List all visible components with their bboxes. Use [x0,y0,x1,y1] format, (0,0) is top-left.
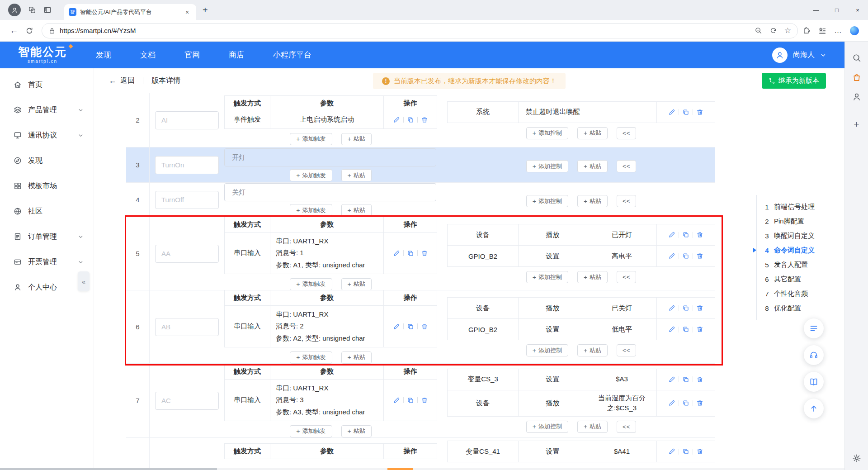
nav-item-docs[interactable]: 文档 [140,50,156,60]
edit-icon[interactable] [390,116,403,123]
horizontal-scrollbar[interactable] [0,468,844,470]
command-name-input[interactable]: AC [155,392,219,410]
delete-icon[interactable] [418,250,431,257]
collapse-controls-button[interactable]: << [617,344,636,356]
site-info-lock-icon[interactable] [48,27,56,34]
settings-gear-icon[interactable] [852,454,861,463]
collapse-controls-button[interactable]: << [617,195,636,207]
delete-icon[interactable] [418,116,431,123]
section-nav-item-speaker-config[interactable]: 5发音人配置 [757,257,815,272]
edit-icon[interactable] [665,252,679,260]
browser-tab[interactable]: 智 智能公元/AI产品零代码平台 × [64,4,196,20]
sidebar-item-product-management[interactable]: 产品管理 [0,97,94,123]
copy-icon[interactable] [679,448,693,455]
sidebar-item-communication-protocol[interactable]: 通讯协议 [0,123,94,148]
edit-icon[interactable] [665,109,679,116]
collapse-controls-button[interactable]: << [617,421,636,433]
add-sidebar-item-icon[interactable]: + [854,119,859,130]
paste-button[interactable]: +粘贴 [341,204,372,216]
nav-item-store[interactable]: 商店 [229,50,244,60]
collapse-controls-button[interactable]: << [617,127,636,139]
add-control-button[interactable]: +添加控制 [526,195,568,207]
paste-button[interactable]: +粘贴 [341,425,372,437]
scrollbar-thumb[interactable] [0,468,217,470]
edit-icon[interactable] [665,376,679,383]
paste-button[interactable]: +粘贴 [577,160,608,172]
refresh-icon[interactable] [22,23,37,38]
sidebar-item-home[interactable]: 首页 [0,72,94,97]
delete-icon[interactable] [693,399,707,407]
edit-icon[interactable] [390,397,403,404]
sidebar-item-community[interactable]: 社区 [0,199,94,224]
delete-icon[interactable] [418,397,431,404]
copy-icon[interactable] [679,376,693,383]
copy-icon[interactable] [679,399,693,407]
customer-service-button[interactable] [804,345,824,365]
command-name-input[interactable]: AA [155,245,219,263]
command-word-input[interactable]: 关灯 [224,183,436,201]
copy-icon[interactable] [679,109,693,116]
paste-button[interactable]: +粘贴 [341,169,372,181]
command-name-input[interactable]: TurnOff [155,191,219,209]
copy-icon[interactable] [404,250,417,257]
copy-icon[interactable] [679,231,693,238]
shopping-icon[interactable] [852,73,861,82]
search-icon[interactable] [852,53,861,62]
delete-icon[interactable] [693,231,707,238]
manual-book-button[interactable] [804,372,824,392]
site-logo[interactable]: 智能公元 smartpi.cn [18,46,67,64]
add-trigger-button[interactable]: +添加触发 [290,204,332,216]
command-name-input[interactable]: AB [155,318,219,336]
back-to-top-button[interactable] [804,399,824,418]
paste-button[interactable]: +粘贴 [341,351,372,364]
maximize-button[interactable]: □ [826,0,847,20]
paste-button[interactable]: +粘贴 [341,133,372,145]
sidebar-item-discover[interactable]: 发现 [0,148,94,173]
user-menu[interactable]: 尚海人 [772,47,826,63]
edit-icon[interactable] [665,448,679,455]
edit-icon[interactable] [665,326,679,333]
nav-item-official-site[interactable]: 官网 [184,50,200,60]
section-nav-item-personalized-audio[interactable]: 7个性化音频 [757,286,815,301]
copy-icon[interactable] [404,116,417,123]
copy-icon[interactable] [679,326,693,333]
sidebar-collapse-button[interactable]: « [78,271,90,291]
window-close-button[interactable]: × [847,0,868,20]
paste-button[interactable]: +粘贴 [577,421,608,433]
delete-icon[interactable] [693,252,707,260]
section-nav-item-optimize-config[interactable]: 8优化配置 [757,301,815,315]
edit-icon[interactable] [390,250,403,257]
edit-icon[interactable] [665,304,679,312]
profile-icon[interactable] [852,92,861,101]
copy-icon[interactable] [679,304,693,312]
toc-list-button[interactable] [804,318,824,338]
back-icon[interactable]: ← [6,23,22,38]
more-menu-icon[interactable]: … [834,26,842,35]
zoom-out-icon[interactable] [755,27,762,34]
collapse-controls-button[interactable]: << [617,271,636,283]
paste-button[interactable]: +粘贴 [577,127,608,139]
command-name-input[interactable]: TurnOn [155,156,219,174]
copy-icon[interactable] [404,397,417,404]
url-text[interactable]: https://smartpi.cn/#/YzsM [60,27,755,34]
add-control-button[interactable]: +添加控制 [526,271,568,283]
sidebar-item-invoice-management[interactable]: 开票管理 [0,249,94,275]
edit-icon[interactable] [665,399,679,407]
address-bar[interactable]: https://smartpi.cn/#/YzsM ☆ [42,23,798,38]
add-trigger-button[interactable]: +添加触发 [290,169,332,181]
delete-icon[interactable] [693,109,707,116]
nav-item-discover[interactable]: 发现 [96,50,111,60]
section-nav-item-front-signal[interactable]: 1前端信号处理 [757,199,815,214]
favorite-star-icon[interactable]: ☆ [784,27,791,34]
copy-icon[interactable] [404,323,417,330]
paste-button[interactable]: +粘贴 [577,271,608,283]
delete-icon[interactable] [693,376,707,383]
collapse-controls-button[interactable]: << [617,160,636,172]
back-button[interactable]: ← 返回 [108,76,135,85]
paste-button[interactable]: +粘贴 [577,195,608,207]
section-nav-item-other-config[interactable]: 6其它配置 [757,272,815,286]
collections-icon[interactable] [818,27,826,35]
add-control-button[interactable]: +添加控制 [526,127,568,139]
command-name-input[interactable]: AI [155,111,219,129]
paste-button[interactable]: +粘贴 [577,344,608,356]
